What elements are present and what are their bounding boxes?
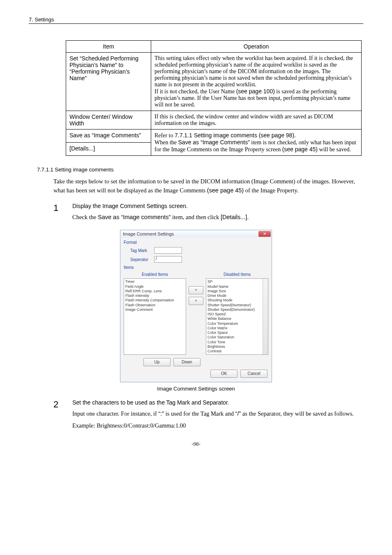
intro-c: of the Image Property. [244, 187, 298, 194]
row1-op: This setting takes effect only when the … [151, 53, 362, 111]
step-2: 2 Set the characters to be used as the T… [53, 399, 363, 432]
row1-op-p1: This setting takes effect only when the … [154, 55, 353, 88]
disabled-list[interactable]: SP Model Name Image Size Drive Mode Shoo… [206, 278, 268, 355]
row3-item: Save as “Image Comments” [66, 130, 151, 143]
row1-item: Set “Scheduled Performing Physician’s Na… [66, 53, 151, 111]
row3-c: . [294, 132, 296, 139]
items-group-label: Items [124, 265, 268, 270]
s1b: Save as “Image comments” [98, 214, 171, 220]
step-2-lead: Set the characters to be used as the Tag… [72, 399, 363, 406]
step-2-sub2: Example: Brightness:0/Contrast:0/Gamma:1… [72, 421, 363, 430]
row3-a: Refer to [154, 132, 175, 139]
separator-label: Seperator [130, 257, 154, 262]
step-2-sub1: Input one character. For instance, if “:… [72, 409, 363, 418]
step-1-lead: Display the Image Comment Settings scree… [72, 203, 363, 209]
close-icon[interactable]: ✕ [258, 231, 271, 237]
intro-a: Take the steps below to set the informat… [53, 178, 355, 194]
row1-op-p2a: If it is not checked, the User Name [154, 88, 236, 95]
tagmark-label: Tag Mark [130, 248, 154, 253]
dialog-title: Image Comment Settings [123, 231, 174, 236]
move-left-button[interactable]: < [189, 286, 203, 294]
step-1-number: 1 [53, 203, 72, 213]
separator-input[interactable]: / [154, 256, 182, 263]
header-section: 7. Settings [29, 16, 54, 23]
format-group-label: Format [124, 240, 268, 245]
row3-g: (see page 45) [282, 146, 318, 153]
disabled-head: Disabled Items [206, 272, 268, 277]
step-1: 1 Display the Image Comment Settings scr… [53, 203, 363, 224]
row2-item: Window Center/ Window Width [66, 111, 151, 130]
s2a: Input one character. For instance, if [72, 410, 158, 417]
dialog-titlebar: Image Comment Settings ✕ [120, 230, 272, 238]
disabled-list-content: SP Model Name Image Size Drive Mode Shoo… [208, 280, 267, 355]
row3-op: Refer to 7.7.1.1 Setting image comments … [151, 130, 362, 156]
enabled-list-content: Timer Field Angle Refl.ERR Comp. Lens Fl… [125, 280, 184, 312]
enabled-head: Enabled Items [124, 272, 186, 277]
ok-button[interactable]: OK [210, 370, 238, 378]
row1-op-p2b: (see page 100) [236, 88, 275, 95]
cancel-button[interactable]: Cancel [240, 370, 267, 378]
dialog-caption: Image Comment Settings screen [29, 386, 363, 392]
th-operation: Operation [151, 41, 362, 53]
s2q2: “/” [235, 410, 241, 417]
row3-e: Save as “Image Comments” [178, 139, 250, 146]
row3-d: When the [154, 139, 178, 146]
page-header: 7. Settings [29, 16, 363, 24]
s2c: as the Separator, they will be saved as … [241, 410, 353, 417]
page-number: -98- [29, 441, 363, 447]
up-button[interactable]: Up [143, 358, 171, 366]
s1d: [Details...] [221, 214, 247, 220]
tagmark-input[interactable] [154, 247, 182, 254]
th-item: Item [66, 41, 151, 53]
s2b: is used for the Tag Mark and [164, 410, 235, 417]
s2q1: “:” [158, 410, 164, 417]
down-button[interactable]: Down [173, 358, 201, 366]
enabled-list[interactable]: Timer Field Angle Refl.ERR Comp. Lens Fl… [124, 278, 186, 355]
subsection-head: 7.7.1.1 Setting image comments [37, 166, 363, 173]
step-1-sub: Check the Save as “Image comments” item,… [72, 213, 363, 222]
s1c: item, and then click [171, 214, 221, 220]
row3-b: 7.7.1.1 Setting image comments (see page… [175, 132, 294, 139]
intro-paragraph: Take the steps below to set the informat… [53, 177, 366, 195]
intro-b: (see page 45) [207, 187, 244, 194]
row4-item: [Details...] [66, 143, 151, 156]
s1e: . [247, 214, 249, 220]
settings-table: Item Operation Set “Scheduled Performing… [66, 40, 362, 156]
row3-h: will be saved. [318, 146, 351, 153]
row2-op: If this is checked, the window center an… [151, 111, 362, 130]
s1a: Check the [72, 214, 98, 220]
step-2-number: 2 [53, 399, 72, 410]
dialog-screenshot: Image Comment Settings ✕ Format Tag Mark… [120, 230, 272, 382]
move-right-button[interactable]: > [189, 297, 203, 305]
